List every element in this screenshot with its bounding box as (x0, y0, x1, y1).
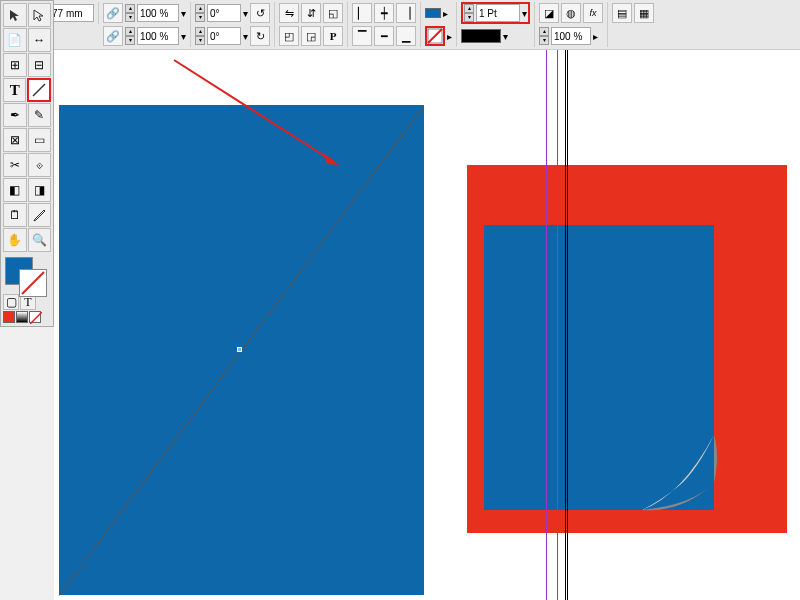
drop-shadow-icon[interactable]: ◪ (539, 3, 559, 23)
text-wrap-icon-2[interactable]: ▦ (634, 3, 654, 23)
content-collector-icon[interactable]: ⊞ (3, 53, 27, 77)
options-bar: 🔗 ▴▾ ▾ 🔗 ▴▾ ▾ ▴▾ ▾ ↺ ▴▾ ▾ ↻ ⇋ ⇵ (0, 0, 800, 50)
tools-panel: 📄 ↔ ⊞ ⊟ T ✒ ✎ ⊠ ▭ ✂ ⟐ ◧ ◨ 🗒 ✋ 🔍 ▢ (0, 0, 54, 327)
page-curl-effect (642, 435, 727, 520)
pen-tool-icon[interactable]: ✒ (3, 103, 27, 127)
scale-x-spinner[interactable]: ▴▾ (125, 4, 135, 22)
dropdown-arrow-icon[interactable]: ▾ (503, 31, 508, 42)
dropdown-arrow-icon[interactable]: ▾ (181, 31, 186, 42)
apply-color-icon[interactable] (3, 311, 15, 323)
align-top-icon[interactable]: ▔ (352, 26, 372, 46)
scale-x-input[interactable] (137, 4, 179, 22)
direct-selection-tool-icon[interactable] (28, 3, 52, 27)
fill-swatch[interactable] (425, 8, 441, 18)
effects-group: ◪ ◍ fx ▴▾ ▸ (539, 2, 608, 47)
dropdown-arrow-icon[interactable]: ▾ (181, 8, 186, 19)
page-edge-guide (567, 50, 568, 600)
pencil-tool-icon[interactable]: ✎ (28, 103, 52, 127)
align-right-icon[interactable]: ▕ (396, 3, 416, 23)
select-content-icon[interactable]: ◰ (279, 26, 299, 46)
opacity-input[interactable] (551, 27, 591, 45)
rot2-spinner[interactable]: ▴▾ (195, 27, 205, 45)
content-placer-icon[interactable]: ⊟ (28, 53, 52, 77)
selection-handle[interactable] (237, 347, 242, 352)
rot1-spinner[interactable]: ▴▾ (195, 4, 205, 22)
rectangle-frame-tool-icon[interactable]: ⊠ (3, 128, 27, 152)
paragraph-icon[interactable]: P (323, 26, 343, 46)
page-edge-guide (565, 50, 566, 600)
zoom-tool-icon[interactable]: 🔍 (28, 228, 52, 252)
align-center-icon[interactable]: ┿ (374, 3, 394, 23)
ruler-guide[interactable] (557, 50, 558, 600)
apply-gradient-icon[interactable] (16, 311, 28, 323)
stroke-color-swatch[interactable] (19, 269, 47, 297)
rotation2-input[interactable] (207, 27, 241, 45)
dropdown-arrow-icon[interactable]: ▾ (522, 8, 527, 19)
flip-horizontal-icon[interactable]: ⇋ (279, 3, 299, 23)
rectangle-tool-icon[interactable]: ▭ (28, 128, 52, 152)
text-wrap-icon[interactable]: ▤ (612, 3, 632, 23)
dropdown-arrow-icon[interactable]: ▾ (243, 31, 248, 42)
no-stroke-icon[interactable] (425, 26, 445, 46)
feather-icon[interactable]: ◍ (561, 3, 581, 23)
select-container-icon[interactable]: ◱ (323, 3, 343, 23)
eyedropper-tool-icon[interactable] (28, 203, 52, 227)
fill-stroke-group: ▸ ▸ (425, 2, 457, 47)
stroke-dropdown-icon[interactable]: ▸ (447, 31, 452, 42)
svg-line-14 (30, 312, 42, 324)
line-tool-icon[interactable] (27, 78, 51, 102)
annotation-arrow (54, 50, 454, 250)
svg-marker-16 (324, 153, 339, 165)
page-tool-icon[interactable]: 📄 (3, 28, 27, 52)
opacity-spinner[interactable]: ▴▾ (539, 27, 549, 45)
fill-dropdown-icon[interactable]: ▸ (443, 8, 448, 19)
dropdown-arrow-icon[interactable]: ▸ (593, 31, 598, 42)
flip-vertical-icon[interactable]: ⇵ (301, 3, 321, 23)
document-canvas[interactable] (54, 50, 800, 600)
link-scale-icon-2[interactable]: 🔗 (103, 26, 123, 46)
align-bottom-icon[interactable]: ▁ (396, 26, 416, 46)
scale-y-input[interactable] (137, 27, 179, 45)
svg-line-12 (33, 84, 45, 96)
svg-line-15 (174, 60, 334, 162)
flip-group: ⇋ ⇵ ◱ ◰ ◲ P (279, 2, 348, 47)
select-prev-icon[interactable]: ◲ (301, 26, 321, 46)
scale-y-spinner[interactable]: ▴▾ (125, 27, 135, 45)
arrange-group: ▏ ┿ ▕ ▔ ━ ▁ (352, 2, 421, 47)
hand-tool-icon[interactable]: ✋ (3, 228, 27, 252)
selection-tool-icon[interactable] (3, 3, 27, 27)
formatting-container-icon[interactable]: ▢ (3, 294, 19, 310)
rotate-cw-icon[interactable]: ↻ (250, 26, 270, 46)
rotation-group: ▴▾ ▾ ↺ ▴▾ ▾ ↻ (195, 2, 275, 47)
type-tool-icon[interactable]: T (3, 78, 26, 102)
align-left-icon[interactable]: ▏ (352, 3, 372, 23)
fx-icon[interactable]: fx (583, 3, 603, 23)
ruler-guide[interactable] (546, 50, 547, 600)
gradient-swatch-tool-icon[interactable]: ◧ (3, 178, 27, 202)
stroke-weight-group: ▴▾ ▾ ▾ (461, 2, 535, 47)
rotate-ccw-icon[interactable]: ↺ (250, 3, 270, 23)
stroke-weight-spinner[interactable]: ▴▾ (464, 4, 474, 22)
note-tool-icon[interactable]: 🗒 (3, 203, 27, 227)
dropdown-arrow-icon[interactable]: ▾ (243, 8, 248, 19)
stroke-weight-input[interactable] (476, 4, 520, 22)
link-scale-icon[interactable]: 🔗 (103, 3, 123, 23)
scale-group: 🔗 ▴▾ ▾ 🔗 ▴▾ ▾ (103, 2, 191, 47)
gap-tool-icon[interactable]: ↔ (28, 28, 52, 52)
stroke-style-swatch[interactable] (461, 29, 501, 43)
free-transform-tool-icon[interactable]: ⟐ (28, 153, 52, 177)
align-middle-icon[interactable]: ━ (374, 26, 394, 46)
svg-line-13 (22, 272, 44, 294)
gradient-feather-tool-icon[interactable]: ◨ (28, 178, 52, 202)
scissors-tool-icon[interactable]: ✂ (3, 153, 27, 177)
rotation1-input[interactable] (207, 4, 241, 22)
text-wrap-group: ▤ ▦ (612, 2, 658, 24)
apply-none-icon[interactable] (29, 311, 41, 323)
